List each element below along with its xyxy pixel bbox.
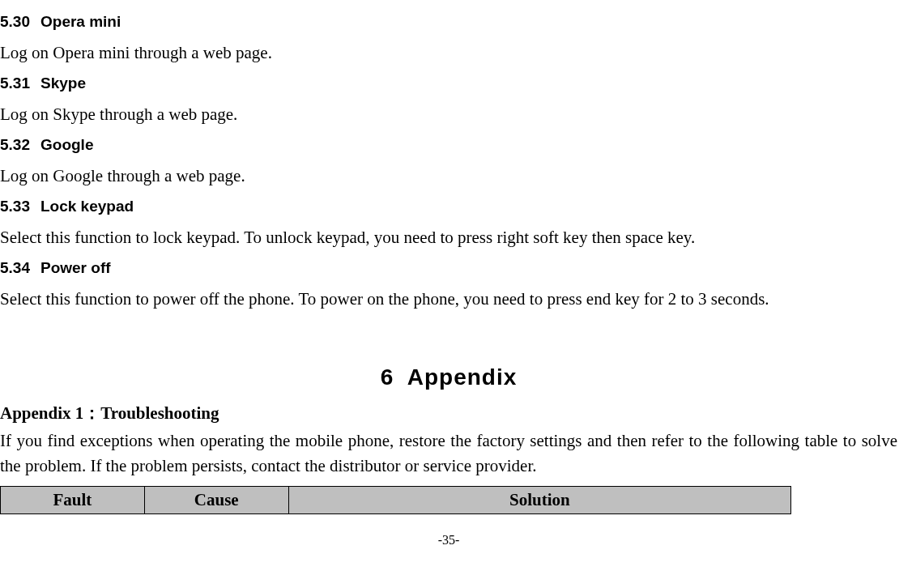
chapter-heading: 6 Appendix — [0, 360, 897, 394]
section-title: Skype — [40, 75, 86, 92]
section-heading-5-32: 5.32Google — [0, 134, 897, 157]
section-heading-5-33: 5.33Lock keypad — [0, 195, 897, 219]
table-header-solution: Solution — [288, 486, 790, 514]
section-body-5-32: Log on Google through a web page. — [0, 164, 897, 190]
section-num: 5.34 — [0, 257, 40, 280]
section-title: Opera mini — [40, 13, 121, 30]
section-title: Lock keypad — [40, 198, 134, 215]
section-heading-5-30: 5.30Opera mini — [0, 11, 897, 34]
page-number: -35- — [0, 530, 897, 550]
table-header-fault: Fault — [1, 486, 145, 514]
section-title: Power off — [40, 259, 111, 276]
section-body-5-33: Select this function to lock keypad. To … — [0, 225, 897, 251]
section-body-5-30: Log on Opera mini through a web page. — [0, 40, 897, 66]
appendix-intro: If you find exceptions when operating th… — [0, 428, 897, 479]
table-header-cause: Cause — [144, 486, 288, 514]
section-heading-5-31: 5.31Skype — [0, 72, 897, 96]
section-title: Google — [40, 136, 93, 153]
chapter-title: Appendix — [407, 364, 518, 390]
section-body-5-31: Log on Skype through a web page. — [0, 102, 897, 128]
section-num: 5.33 — [0, 195, 40, 219]
table-header-row: Fault Cause Solution — [1, 486, 791, 514]
appendix-title: Appendix 1：Troubleshooting — [0, 401, 897, 427]
section-num: 5.30 — [0, 11, 40, 34]
section-heading-5-34: 5.34Power off — [0, 257, 897, 280]
section-num: 5.31 — [0, 72, 40, 96]
troubleshooting-table: Fault Cause Solution — [0, 486, 897, 515]
chapter-num: 6 — [381, 364, 394, 390]
section-num: 5.32 — [0, 134, 40, 157]
section-body-5-34: Select this function to power off the ph… — [0, 287, 897, 313]
